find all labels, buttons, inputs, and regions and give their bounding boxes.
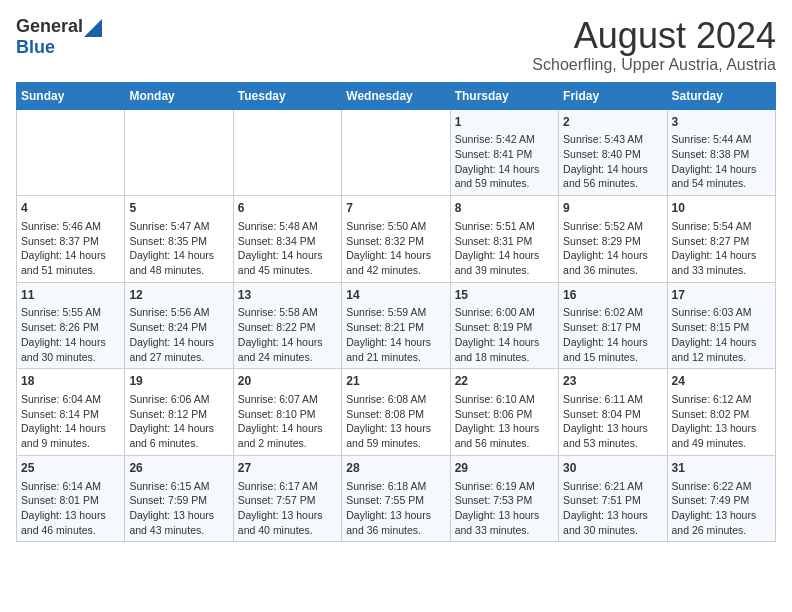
day-number: 16 — [563, 287, 662, 304]
day-number: 31 — [672, 460, 771, 477]
day-info-line: Daylight: 13 hours — [21, 508, 120, 523]
day-header-row: SundayMondayTuesdayWednesdayThursdayFrid… — [17, 82, 776, 109]
calendar-cell: 25Sunrise: 6:14 AMSunset: 8:01 PMDayligh… — [17, 455, 125, 542]
calendar-cell: 3Sunrise: 5:44 AMSunset: 8:38 PMDaylight… — [667, 109, 775, 196]
calendar-cell: 13Sunrise: 5:58 AMSunset: 8:22 PMDayligh… — [233, 282, 341, 369]
calendar-week-2: 4Sunrise: 5:46 AMSunset: 8:37 PMDaylight… — [17, 196, 776, 283]
day-info-line: Sunrise: 5:46 AM — [21, 219, 120, 234]
day-info-line: Sunrise: 6:07 AM — [238, 392, 337, 407]
day-header-monday: Monday — [125, 82, 233, 109]
day-info-line: Daylight: 14 hours — [346, 248, 445, 263]
day-number: 11 — [21, 287, 120, 304]
day-info-line: Sunrise: 6:02 AM — [563, 305, 662, 320]
day-info-line: Daylight: 14 hours — [672, 248, 771, 263]
day-info-line: Daylight: 14 hours — [238, 421, 337, 436]
day-number: 29 — [455, 460, 554, 477]
day-number: 19 — [129, 373, 228, 390]
calendar-week-1: 1Sunrise: 5:42 AMSunset: 8:41 PMDaylight… — [17, 109, 776, 196]
day-info-line: Sunrise: 6:03 AM — [672, 305, 771, 320]
day-info-line: Sunset: 8:19 PM — [455, 320, 554, 335]
day-info-line: and 6 minutes. — [129, 436, 228, 451]
day-info-line: and 21 minutes. — [346, 350, 445, 365]
calendar-cell — [17, 109, 125, 196]
day-info-line: and 39 minutes. — [455, 263, 554, 278]
day-info-line: and 40 minutes. — [238, 523, 337, 538]
calendar-cell: 2Sunrise: 5:43 AMSunset: 8:40 PMDaylight… — [559, 109, 667, 196]
day-info-line: and 46 minutes. — [21, 523, 120, 538]
day-number: 21 — [346, 373, 445, 390]
day-number: 6 — [238, 200, 337, 217]
page-title: August 2024 — [532, 16, 776, 56]
day-info-line: and 56 minutes. — [563, 176, 662, 191]
day-info-line: Daylight: 14 hours — [21, 248, 120, 263]
day-info-line: Sunset: 8:32 PM — [346, 234, 445, 249]
logo-triangle-icon — [84, 19, 102, 37]
calendar-header: SundayMondayTuesdayWednesdayThursdayFrid… — [17, 82, 776, 109]
calendar-cell — [233, 109, 341, 196]
day-info-line: Sunrise: 5:54 AM — [672, 219, 771, 234]
day-info-line: Sunset: 8:40 PM — [563, 147, 662, 162]
day-info-line: and 43 minutes. — [129, 523, 228, 538]
day-info-line: Daylight: 13 hours — [346, 421, 445, 436]
day-info-line: Sunset: 8:38 PM — [672, 147, 771, 162]
day-info-line: Sunset: 8:01 PM — [21, 493, 120, 508]
day-info-line: Sunset: 8:21 PM — [346, 320, 445, 335]
day-info-line: Sunrise: 6:08 AM — [346, 392, 445, 407]
day-info-line: Sunset: 8:31 PM — [455, 234, 554, 249]
calendar-cell: 14Sunrise: 5:59 AMSunset: 8:21 PMDayligh… — [342, 282, 450, 369]
day-info-line: and 24 minutes. — [238, 350, 337, 365]
day-info-line: Daylight: 14 hours — [129, 335, 228, 350]
day-info-line: Sunset: 8:24 PM — [129, 320, 228, 335]
day-info-line: Daylight: 14 hours — [346, 335, 445, 350]
day-number: 5 — [129, 200, 228, 217]
day-info-line: Sunset: 7:55 PM — [346, 493, 445, 508]
day-info-line: Sunrise: 5:59 AM — [346, 305, 445, 320]
calendar-cell: 7Sunrise: 5:50 AMSunset: 8:32 PMDaylight… — [342, 196, 450, 283]
logo-general-text: General — [16, 16, 83, 37]
day-info-line: Sunrise: 5:52 AM — [563, 219, 662, 234]
calendar-body: 1Sunrise: 5:42 AMSunset: 8:41 PMDaylight… — [17, 109, 776, 542]
day-info-line: Sunset: 8:02 PM — [672, 407, 771, 422]
page-subtitle: Schoerfling, Upper Austria, Austria — [532, 56, 776, 74]
day-info-line: Sunset: 8:22 PM — [238, 320, 337, 335]
day-info-line: Daylight: 14 hours — [21, 335, 120, 350]
calendar-cell: 22Sunrise: 6:10 AMSunset: 8:06 PMDayligh… — [450, 369, 558, 456]
day-info-line: Sunrise: 6:11 AM — [563, 392, 662, 407]
day-info-line: Sunset: 8:08 PM — [346, 407, 445, 422]
day-info-line: Sunset: 8:27 PM — [672, 234, 771, 249]
day-info-line: Sunrise: 6:18 AM — [346, 479, 445, 494]
day-number: 30 — [563, 460, 662, 477]
calendar-cell: 11Sunrise: 5:55 AMSunset: 8:26 PMDayligh… — [17, 282, 125, 369]
day-header-friday: Friday — [559, 82, 667, 109]
logo-blue-text: Blue — [16, 37, 55, 57]
day-info-line: and 45 minutes. — [238, 263, 337, 278]
day-info-line: Sunrise: 6:06 AM — [129, 392, 228, 407]
day-info-line: Sunrise: 5:47 AM — [129, 219, 228, 234]
day-number: 2 — [563, 114, 662, 131]
day-info-line: Sunrise: 6:15 AM — [129, 479, 228, 494]
logo: General Blue — [16, 16, 102, 58]
day-number: 3 — [672, 114, 771, 131]
calendar-cell: 30Sunrise: 6:21 AMSunset: 7:51 PMDayligh… — [559, 455, 667, 542]
calendar-week-4: 18Sunrise: 6:04 AMSunset: 8:14 PMDayligh… — [17, 369, 776, 456]
day-number: 10 — [672, 200, 771, 217]
day-number: 26 — [129, 460, 228, 477]
calendar-cell: 23Sunrise: 6:11 AMSunset: 8:04 PMDayligh… — [559, 369, 667, 456]
calendar-cell: 12Sunrise: 5:56 AMSunset: 8:24 PMDayligh… — [125, 282, 233, 369]
day-info-line: Sunset: 8:14 PM — [21, 407, 120, 422]
day-info-line: and 33 minutes. — [672, 263, 771, 278]
day-info-line: Sunset: 8:04 PM — [563, 407, 662, 422]
day-info-line: Daylight: 13 hours — [563, 421, 662, 436]
calendar-cell: 17Sunrise: 6:03 AMSunset: 8:15 PMDayligh… — [667, 282, 775, 369]
calendar-table: SundayMondayTuesdayWednesdayThursdayFrid… — [16, 82, 776, 543]
day-info-line: Sunrise: 5:43 AM — [563, 132, 662, 147]
day-info-line: Daylight: 14 hours — [672, 335, 771, 350]
day-info-line: Daylight: 14 hours — [21, 421, 120, 436]
day-info-line: Sunset: 7:53 PM — [455, 493, 554, 508]
day-info-line: Sunset: 7:49 PM — [672, 493, 771, 508]
day-number: 20 — [238, 373, 337, 390]
day-number: 17 — [672, 287, 771, 304]
calendar-cell: 31Sunrise: 6:22 AMSunset: 7:49 PMDayligh… — [667, 455, 775, 542]
day-info-line: and 59 minutes. — [455, 176, 554, 191]
day-header-sunday: Sunday — [17, 82, 125, 109]
